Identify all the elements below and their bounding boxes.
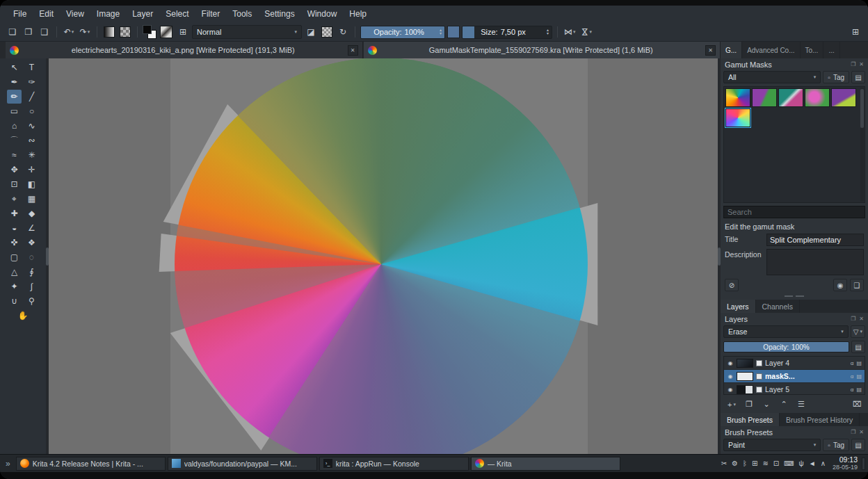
docker-close-icon[interactable]: ✕: [859, 316, 864, 322]
transform-tool[interactable]: ✥: [7, 163, 22, 177]
polygon-select-tool[interactable]: △: [7, 265, 22, 279]
rect-select-tool[interactable]: ▢: [7, 250, 22, 264]
docker-tab-advanced-color[interactable]: Advanced Co...: [742, 42, 800, 58]
multibrush-tool[interactable]: ✳: [24, 148, 39, 162]
clock[interactable]: 09:13 28-05-19: [833, 456, 859, 471]
layer-row-masks[interactable]: ◉ maskS... α ▤: [724, 370, 865, 383]
layer-filter-button[interactable]: ▽ ▾: [851, 325, 865, 338]
calligraphy-tool[interactable]: ✑: [24, 75, 39, 89]
pattern-preview-swatch[interactable]: [447, 26, 460, 38]
docker-tab-more[interactable]: ...: [823, 42, 839, 58]
task-konsole[interactable]: ›_ krita : AppRun — Konsole: [319, 457, 469, 471]
menu-item[interactable]: View: [60, 6, 90, 23]
gamut-mask-preset-split-complementary[interactable]: [725, 108, 750, 127]
keyboard-tray-icon[interactable]: ⌨: [784, 460, 794, 467]
gradient-chooser-button[interactable]: [102, 25, 116, 39]
gamut-mask-preset-5[interactable]: [831, 88, 856, 107]
blend-mode-dropdown[interactable]: Normal ▾: [192, 25, 302, 39]
menu-item[interactable]: Tools: [226, 6, 258, 23]
redo-button[interactable]: ↷▾: [78, 25, 92, 39]
visibility-eye-icon[interactable]: ◉: [727, 373, 734, 380]
docker-tab-gamut-masks[interactable]: G...: [721, 42, 742, 58]
new-document-button[interactable]: ❏: [6, 25, 19, 39]
smart-patch-tool[interactable]: ✚: [7, 206, 22, 220]
tab-channels[interactable]: Channels: [756, 300, 800, 313]
brush-display-settings-icon[interactable]: ▤: [851, 439, 865, 451]
brush-tag-button[interactable]: ▫ Tag: [823, 439, 849, 451]
docker-resize-handle[interactable]: [721, 293, 868, 299]
alpha-inherit-icon[interactable]: α: [851, 360, 854, 366]
visibility-eye-icon[interactable]: ◉: [727, 387, 734, 393]
undo-button[interactable]: ↶▾: [62, 25, 76, 39]
docker-splitter[interactable]: [718, 58, 721, 454]
document-tab-gamut-template[interactable]: GamutMaskTemplate_1559027569.kra [Write …: [364, 42, 721, 58]
visibility-eye-icon[interactable]: ◉: [727, 360, 734, 366]
splitter-grip[interactable]: [718, 247, 721, 266]
canvas-area[interactable]: [49, 58, 718, 454]
layer-style-icon[interactable]: ▤: [856, 387, 862, 393]
expand-tray-icon[interactable]: ∧: [821, 460, 826, 467]
edit-shapes-tool[interactable]: ✒: [7, 75, 22, 89]
layer-style-icon[interactable]: ▤: [856, 360, 862, 366]
bluetooth-tray-icon[interactable]: ᛒ: [743, 460, 747, 467]
add-layer-button[interactable]: + ▾: [724, 398, 739, 410]
layer-options-icon[interactable]: ▤: [851, 341, 865, 353]
display-settings-icon[interactable]: ▤: [851, 71, 865, 83]
tab-close-button[interactable]: ✕: [705, 45, 716, 56]
similar-select-tool[interactable]: ✦: [7, 279, 22, 293]
docker-tab-tools[interactable]: To...: [801, 42, 824, 58]
brush-size-slider[interactable]: Size:7,50 px ▴ ▾: [462, 26, 552, 39]
duplicate-layer-button[interactable]: ❐: [741, 398, 757, 410]
panel-hide-handle[interactable]: [862, 457, 865, 470]
docker-float-icon[interactable]: ❐: [851, 61, 855, 67]
layer-opacity-slider[interactable]: Opacity:100%: [723, 341, 849, 352]
layer-blend-mode-dropdown[interactable]: Erase ▾: [723, 325, 849, 338]
menu-item[interactable]: Select: [159, 6, 195, 23]
pan-tool[interactable]: ✋: [16, 309, 31, 323]
move-tool[interactable]: ✛: [24, 163, 39, 177]
gamut-mask-preset-2[interactable]: [752, 88, 777, 107]
document-tab-kiki[interactable]: electrichearts_20190316_kiki_a.png [Writ…: [6, 42, 363, 58]
pattern-edit-tool[interactable]: ▦: [24, 192, 39, 206]
gamut-mask-preset-1[interactable]: [725, 88, 750, 107]
open-document-button[interactable]: ❐: [22, 25, 35, 39]
mask-title-input[interactable]: [766, 234, 864, 246]
opacity-spinner[interactable]: ▴ ▾: [437, 29, 444, 35]
kdeconnect-tray-icon[interactable]: ⊞: [752, 460, 757, 467]
reference-images-tool[interactable]: ❖: [24, 236, 39, 250]
gamut-mask-preset-4[interactable]: [805, 88, 830, 107]
settings-tray-icon[interactable]: ⚙: [732, 460, 738, 467]
magnetic-select-tool[interactable]: ∪: [7, 294, 22, 308]
usb-tray-icon[interactable]: ψ: [799, 460, 804, 467]
gamut-mask-preset-3[interactable]: [778, 88, 803, 107]
network-tray-icon[interactable]: ≋: [762, 460, 768, 467]
text-tool[interactable]: T: [24, 60, 39, 74]
tab-brush-preset-history[interactable]: Brush Preset History: [780, 413, 860, 426]
panel-launcher-icon[interactable]: »: [3, 459, 13, 469]
ellipse-tool[interactable]: ○: [24, 104, 39, 118]
docker-close-icon[interactable]: ✕: [859, 61, 864, 67]
polyline-tool[interactable]: ∿: [24, 119, 39, 133]
brush-editor-button[interactable]: ⊞: [176, 25, 190, 39]
gradient-tool[interactable]: ◧: [24, 177, 39, 191]
bezier-select-tool[interactable]: ∫: [24, 279, 39, 293]
layer-row-layer4[interactable]: ◉ Layer 4 α ▤: [724, 357, 865, 370]
move-layer-down-button[interactable]: ⌄: [759, 398, 774, 410]
mirror-horizontal-button[interactable]: ⋈▾: [563, 25, 577, 39]
clear-mask-button[interactable]: ⊘: [725, 279, 739, 291]
task-krita[interactable]: — Krita: [471, 457, 620, 471]
pattern-chooser-button[interactable]: [118, 25, 132, 39]
dynamic-brush-tool[interactable]: ≈: [7, 148, 22, 162]
menu-item[interactable]: Settings: [258, 6, 300, 23]
delete-layer-button[interactable]: ⌧: [849, 398, 865, 410]
layer-style-icon[interactable]: ▤: [856, 373, 862, 380]
menu-item[interactable]: Image: [90, 6, 126, 23]
display-tray-icon[interactable]: ⊡: [773, 460, 779, 467]
ellipse-select-tool[interactable]: ◌: [24, 250, 39, 264]
preserve-alpha-button[interactable]: [320, 25, 334, 39]
menu-item[interactable]: Window: [301, 6, 344, 23]
move-layer-up-button[interactable]: ⌃: [776, 398, 791, 410]
line-tool[interactable]: ╱: [24, 90, 39, 104]
colorize-mask-tool[interactable]: ◒: [7, 221, 22, 235]
select-shapes-tool[interactable]: ↖: [7, 60, 22, 74]
